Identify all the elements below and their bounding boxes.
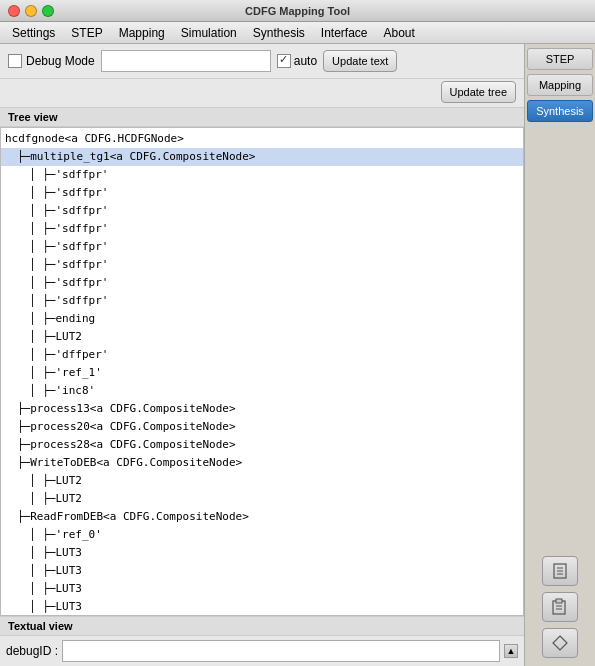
icon-button-3[interactable]	[542, 628, 578, 658]
clipboard-icon	[551, 598, 569, 616]
tree-item[interactable]: ├─process20<a CDFG.CompositeNode>	[1, 418, 523, 436]
menu-about[interactable]: About	[376, 24, 423, 42]
tree-item[interactable]: │ ├─ending	[1, 310, 523, 328]
menu-interface[interactable]: Interface	[313, 24, 376, 42]
menu-step[interactable]: STEP	[63, 24, 110, 42]
tree-item[interactable]: │ ├─LUT2	[1, 328, 523, 346]
toolbar: Debug Mode auto Update text	[0, 44, 524, 79]
tree-item[interactable]: │ ├─'dffper'	[1, 346, 523, 364]
tree-item[interactable]: ├─multiple_tg1<a CDFG.CompositeNode>	[1, 148, 523, 166]
menu-bar: Settings STEP Mapping Simulation Synthes…	[0, 22, 595, 44]
icon-button-1[interactable]	[542, 556, 578, 586]
minimize-button[interactable]	[25, 5, 37, 17]
tree-item[interactable]: │ ├─'inc8'	[1, 382, 523, 400]
auto-label: auto	[294, 54, 317, 68]
debug-id-input[interactable]	[62, 640, 500, 662]
title-bar: CDFG Mapping Tool	[0, 0, 595, 22]
menu-settings[interactable]: Settings	[4, 24, 63, 42]
tree-item[interactable]: │ ├─'sdffpr'	[1, 184, 523, 202]
tree-item[interactable]: │ ├─LUT3	[1, 544, 523, 562]
textual-view-label: Textual view	[0, 617, 524, 636]
tree-item[interactable]: │ ├─'ref_0'	[1, 526, 523, 544]
tree-item[interactable]: │ ├─LUT3	[1, 562, 523, 580]
menu-simulation[interactable]: Simulation	[173, 24, 245, 42]
scroll-up-arrow[interactable]: ▲	[504, 644, 518, 658]
window-title: CDFG Mapping Tool	[245, 5, 350, 17]
tree-item[interactable]: │ ├─'sdffpr'	[1, 166, 523, 184]
debug-mode-checkbox[interactable]	[8, 54, 22, 68]
main-container: Debug Mode auto Update text Update tree …	[0, 44, 595, 666]
icon-button-2[interactable]	[542, 592, 578, 622]
tree-item[interactable]: │ ├─'sdffpr'	[1, 256, 523, 274]
tab-step[interactable]: STEP	[527, 48, 593, 70]
tree-item[interactable]: │ ├─'sdffpr'	[1, 202, 523, 220]
tree-view-label: Tree view	[0, 108, 524, 127]
tree-item[interactable]: │ ├─'sdffpr'	[1, 220, 523, 238]
toolbar-row2: Update tree	[0, 79, 524, 108]
tree-item[interactable]: ├─ReadFromDEB<a CDFG.CompositeNode>	[1, 508, 523, 526]
tree-item[interactable]: ├─process13<a CDFG.CompositeNode>	[1, 400, 523, 418]
left-panel: Debug Mode auto Update text Update tree …	[0, 44, 525, 666]
tree-item[interactable]: hcdfgnode<a CDFG.HCDFGNode>	[1, 130, 523, 148]
right-panel: STEP Mapping Synthesis	[525, 44, 595, 666]
document-icon	[551, 562, 569, 580]
svg-rect-5	[556, 599, 562, 603]
debug-text-input[interactable]	[101, 50, 271, 72]
tree-item[interactable]: ├─WriteToDEB<a CDFG.CompositeNode>	[1, 454, 523, 472]
tree-item[interactable]: ├─process28<a CDFG.CompositeNode>	[1, 436, 523, 454]
menu-synthesis[interactable]: Synthesis	[245, 24, 313, 42]
tree-item[interactable]: │ ├─LUT3	[1, 598, 523, 616]
debug-mode-container: Debug Mode	[8, 54, 95, 68]
close-button[interactable]	[8, 5, 20, 17]
tree-item[interactable]: │ ├─'sdffpr'	[1, 274, 523, 292]
maximize-button[interactable]	[42, 5, 54, 17]
auto-checkbox[interactable]	[277, 54, 291, 68]
tab-mapping[interactable]: Mapping	[527, 74, 593, 96]
update-tree-button[interactable]: Update tree	[441, 81, 516, 103]
tree-item[interactable]: │ ├─LUT3	[1, 580, 523, 598]
tree-item[interactable]: │ ├─LUT2	[1, 490, 523, 508]
right-spacer	[527, 126, 593, 554]
tree-item[interactable]: │ ├─'ref_1'	[1, 364, 523, 382]
update-text-button[interactable]: Update text	[323, 50, 397, 72]
tree-item[interactable]: │ ├─'sdffpr'	[1, 238, 523, 256]
menu-mapping[interactable]: Mapping	[111, 24, 173, 42]
svg-marker-8	[553, 636, 567, 650]
tree-view[interactable]: hcdfgnode<a CDFG.HCDFGNode>├─multiple_tg…	[0, 127, 524, 616]
textual-section: Textual view debugID : ▲	[0, 616, 524, 666]
tab-synthesis[interactable]: Synthesis	[527, 100, 593, 122]
tree-item[interactable]: │ ├─LUT2	[1, 472, 523, 490]
auto-container: auto	[277, 54, 317, 68]
textual-input-row: debugID : ▲	[0, 636, 524, 666]
diamond-icon	[551, 634, 569, 652]
debug-mode-label: Debug Mode	[26, 54, 95, 68]
window-controls	[8, 5, 54, 17]
tree-item[interactable]: │ ├─'sdffpr'	[1, 292, 523, 310]
debug-id-label: debugID :	[6, 644, 58, 658]
